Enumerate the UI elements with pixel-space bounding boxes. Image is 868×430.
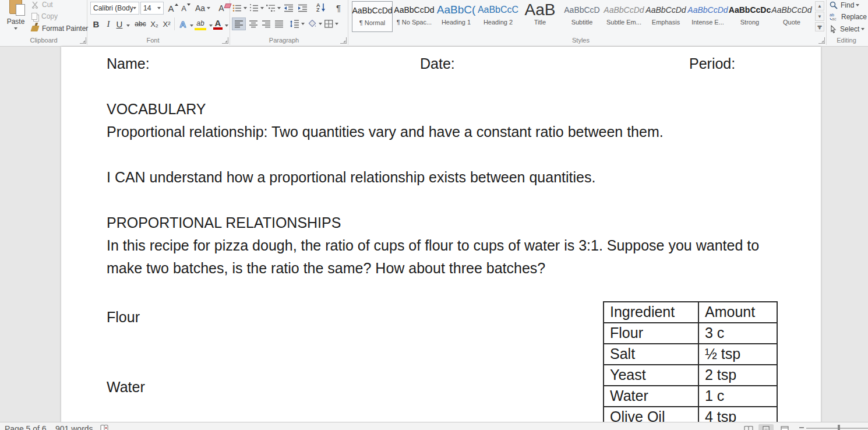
styles-gallery-down-button[interactable]: ▼ [815, 12, 824, 21]
select-button[interactable]: Select [830, 24, 865, 34]
superscript-icon: X² [163, 20, 171, 29]
justify-button[interactable] [273, 17, 285, 30]
font-dialog-launcher[interactable] [222, 37, 228, 44]
style-strong[interactable]: AaBbCcDc Strong [729, 1, 770, 32]
style-subtle-emphasis[interactable]: AaBbCcDd Subtle Em... [604, 1, 644, 32]
proofing-status-button[interactable] [100, 424, 108, 430]
text-effects-button[interactable]: A [178, 18, 188, 30]
find-label: Find [841, 1, 854, 9]
text-effects-icon: A [180, 19, 186, 29]
underline-button[interactable]: U [115, 18, 124, 30]
cell-amount: 1 c [698, 386, 777, 407]
paragraph-dialog-launcher[interactable] [340, 37, 347, 44]
style-intense-emphasis[interactable]: AaBbCcDd Intense E... [687, 1, 728, 32]
find-dropdown-icon[interactable] [856, 4, 859, 6]
shrink-font-button[interactable]: A [180, 2, 192, 14]
read-mode-button[interactable] [741, 424, 756, 430]
copy-button[interactable]: Copy [31, 12, 58, 20]
paste-button[interactable]: Paste [3, 0, 28, 35]
page-indicator[interactable]: Page 5 of 6 [5, 424, 47, 430]
styles-gallery-up-button[interactable]: ▲ [815, 1, 824, 10]
ingredients-table[interactable]: Ingredient Amount Flour 3 c Salt ½ tsp Y… [603, 301, 778, 422]
document-area[interactable]: Name: Date: Period: VOCABULARY Proportio… [0, 47, 868, 422]
font-size-dropdown-icon[interactable] [157, 7, 161, 9]
style-sample: AaB [525, 1, 556, 19]
align-right-button[interactable] [260, 17, 273, 30]
style-title[interactable]: AaB Title [520, 1, 560, 32]
zoom-out-button[interactable] [799, 427, 804, 428]
web-layout-button[interactable] [777, 424, 792, 430]
bullets-button[interactable] [232, 2, 247, 14]
numbering-button[interactable] [249, 2, 264, 14]
text-effects-dropdown[interactable] [188, 20, 193, 31]
superscript-button[interactable]: X² [161, 18, 172, 30]
name-field-label: Name: [107, 52, 150, 75]
multilevel-list-dropdown-icon[interactable] [277, 7, 281, 9]
format-painter-label: Format Painter [42, 24, 88, 33]
word-count[interactable]: 901 words [55, 424, 93, 430]
multilevel-list-button[interactable] [266, 2, 281, 14]
align-center-icon [249, 20, 258, 28]
subscript-button[interactable]: X₂ [149, 18, 160, 30]
decrease-indent-button[interactable] [284, 2, 294, 14]
borders-button[interactable] [324, 17, 338, 30]
change-case-dropdown-icon[interactable] [207, 7, 210, 9]
style-normal[interactable]: AaBbCcDd ¶ Normal [352, 1, 393, 32]
style-heading-1[interactable]: AaBbC( Heading 1 [436, 1, 477, 32]
align-left-button[interactable] [232, 17, 246, 30]
line-spacing-dropdown-icon[interactable] [301, 23, 305, 25]
select-dropdown-icon[interactable] [861, 28, 865, 30]
styles-gallery-more-button[interactable]: ▬▼ [815, 22, 824, 31]
replace-button[interactable]: ab ac Replace [830, 12, 867, 22]
change-case-button[interactable]: Aa [195, 2, 211, 14]
period-field-label: Period: [689, 52, 735, 75]
format-painter-button[interactable]: Format Painter [31, 24, 88, 33]
style-quote[interactable]: AaBbCcDd Quote [771, 1, 812, 32]
line-spacing-button[interactable] [290, 17, 305, 30]
show-hide-marks-button[interactable]: ¶ [334, 2, 343, 13]
select-label: Select [840, 25, 859, 33]
style-heading-2[interactable]: AaBbCcC Heading 2 [478, 1, 518, 32]
bullets-dropdown-icon[interactable] [244, 7, 247, 9]
bold-button[interactable]: B [91, 18, 101, 30]
text-highlight-dropdown[interactable] [207, 20, 213, 31]
font-color-dropdown[interactable] [223, 20, 228, 31]
zoom-slider-track[interactable] [806, 428, 868, 429]
increase-indent-button[interactable] [298, 2, 308, 14]
numbering-dropdown-icon[interactable] [260, 7, 264, 9]
style-emphasis[interactable]: AaBbCcDd Emphasis [645, 1, 686, 32]
style-label: Heading 2 [484, 19, 513, 26]
underline-dropdown[interactable] [124, 20, 130, 31]
shading-button[interactable] [308, 17, 322, 30]
font-name-combobox[interactable]: Calibri (Body) [90, 2, 139, 15]
zoom-slider-thumb[interactable] [838, 425, 840, 430]
strikethrough-button[interactable]: abc [133, 18, 148, 30]
change-case-icon: Aa [195, 3, 205, 13]
font-color-dropdown-icon [225, 24, 228, 27]
style-subtitle[interactable]: AaBbCcD Subtitle [562, 1, 602, 32]
document-page[interactable]: Name: Date: Period: VOCABULARY Proportio… [61, 47, 821, 422]
font-color-button[interactable]: A [213, 18, 223, 30]
sort-button[interactable]: AZ [316, 2, 326, 13]
style-no-spacing[interactable]: AaBbCcDd ¶ No Spac... [394, 1, 435, 32]
font-size-combobox[interactable]: 14 [140, 2, 164, 15]
clipboard-dialog-launcher[interactable] [80, 37, 86, 44]
clear-formatting-button[interactable]: A [216, 2, 227, 14]
styles-dialog-launcher[interactable] [818, 37, 825, 44]
find-button[interactable]: Find [830, 0, 859, 10]
vocabulary-heading: VOCABULARY [107, 98, 206, 121]
borders-dropdown-icon[interactable] [335, 23, 338, 25]
water-label: Water [107, 376, 145, 399]
font-name-dropdown-icon[interactable] [133, 7, 136, 9]
ribbon-home-tab: Paste Cut Copy Format Painter Clipboard … [0, 0, 868, 47]
cut-button[interactable]: Cut [31, 1, 53, 9]
italic-button[interactable]: I [104, 18, 112, 30]
align-right-icon [262, 20, 271, 28]
paste-dropdown-icon[interactable] [14, 27, 17, 30]
align-center-button[interactable] [247, 17, 260, 30]
grow-font-button[interactable]: A [167, 2, 179, 14]
i-can-statement: I CAN understand how a proportional rela… [107, 166, 595, 189]
text-highlight-button[interactable]: ab [195, 19, 206, 30]
print-layout-button[interactable] [758, 424, 774, 430]
shading-dropdown-icon[interactable] [319, 23, 322, 25]
